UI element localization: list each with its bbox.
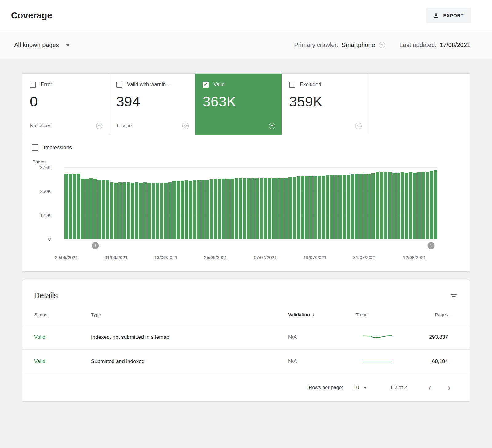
bar[interactable] <box>280 178 284 239</box>
valid-with-warnings-checkbox[interactable] <box>116 82 122 88</box>
bar[interactable] <box>64 174 68 239</box>
bar[interactable] <box>376 172 379 239</box>
help-icon[interactable]: ? <box>379 42 385 48</box>
bar[interactable] <box>197 180 201 239</box>
bar[interactable] <box>264 178 267 239</box>
bar[interactable] <box>434 170 438 239</box>
bar[interactable] <box>214 179 217 239</box>
bar[interactable] <box>210 179 213 239</box>
status-card-valid[interactable]: Valid 363K ? <box>195 74 282 135</box>
bar[interactable] <box>152 183 155 239</box>
bar[interactable] <box>313 176 317 239</box>
help-icon[interactable]: ? <box>182 123 189 129</box>
bar[interactable] <box>189 181 192 239</box>
bar[interactable] <box>380 172 383 239</box>
bar[interactable] <box>168 182 172 239</box>
bar[interactable] <box>185 180 188 239</box>
bar[interactable] <box>118 182 122 239</box>
bar[interactable] <box>367 174 371 239</box>
table-row[interactable]: Valid Submitted and indexed N/A 69,194 <box>22 349 470 374</box>
bar[interactable] <box>322 176 325 239</box>
annotation-marker[interactable]: 1 <box>427 242 434 249</box>
impressions-checkbox[interactable] <box>32 144 38 151</box>
bar[interactable] <box>401 172 404 239</box>
bar[interactable] <box>276 178 280 239</box>
previous-page-button[interactable]: ‹ <box>427 383 433 392</box>
bar[interactable] <box>396 173 400 239</box>
status-card-error[interactable]: Error 0 No issues ? <box>22 74 109 135</box>
bar[interactable] <box>110 182 114 239</box>
bar[interactable] <box>205 180 209 239</box>
bar[interactable] <box>334 175 338 239</box>
bar[interactable] <box>359 174 363 239</box>
bar[interactable] <box>392 173 396 239</box>
bar[interactable] <box>305 176 309 239</box>
bar[interactable] <box>413 173 417 239</box>
bar[interactable] <box>239 178 242 239</box>
bar[interactable] <box>247 178 251 239</box>
impressions-toggle[interactable]: Impressions <box>32 144 470 151</box>
bar[interactable] <box>355 174 359 239</box>
col-validation-sort[interactable]: Validation ↓ <box>288 312 356 317</box>
bar[interactable] <box>230 179 234 239</box>
bar[interactable] <box>164 183 168 239</box>
bar[interactable] <box>222 179 226 239</box>
bar[interactable] <box>338 175 342 239</box>
bar[interactable] <box>106 180 109 239</box>
bar[interactable] <box>102 180 105 239</box>
table-row[interactable]: Valid Indexed, not submitted in sitemap … <box>22 325 470 349</box>
bar[interactable] <box>218 179 222 239</box>
bar[interactable] <box>93 179 97 239</box>
bar[interactable] <box>85 179 89 239</box>
bar[interactable] <box>288 177 292 239</box>
bar[interactable] <box>147 183 151 239</box>
bar[interactable] <box>255 178 259 239</box>
bar[interactable] <box>156 183 159 239</box>
rows-per-page-select[interactable]: 10 <box>354 385 367 390</box>
error-checkbox[interactable] <box>30 82 36 88</box>
bar[interactable] <box>330 175 334 239</box>
bar[interactable] <box>268 178 272 239</box>
bar[interactable] <box>326 175 330 239</box>
help-icon[interactable]: ? <box>269 123 275 129</box>
help-icon[interactable]: ? <box>355 123 362 129</box>
bar[interactable] <box>301 176 305 239</box>
valid-checkbox[interactable] <box>203 82 209 88</box>
bar[interactable] <box>426 172 429 239</box>
bar[interactable] <box>122 182 126 239</box>
bar[interactable] <box>73 174 76 239</box>
bar[interactable] <box>351 174 355 239</box>
bar[interactable] <box>177 181 180 239</box>
bar[interactable] <box>143 182 147 239</box>
bar[interactable] <box>284 178 288 239</box>
bar[interactable] <box>363 174 367 239</box>
bar[interactable] <box>135 182 139 239</box>
bar[interactable] <box>430 171 433 239</box>
bar[interactable] <box>81 179 85 239</box>
annotation-marker[interactable]: 1 <box>92 242 99 249</box>
bar[interactable] <box>421 172 425 239</box>
bar[interactable] <box>139 183 143 239</box>
page-scope-dropdown[interactable]: All known pages <box>14 42 70 49</box>
bar[interactable] <box>201 180 205 239</box>
bar[interactable] <box>251 178 255 239</box>
bar[interactable] <box>318 176 321 239</box>
bar[interactable] <box>309 176 313 239</box>
bar[interactable] <box>172 181 176 239</box>
bar[interactable] <box>272 178 276 239</box>
bar[interactable] <box>77 174 81 239</box>
bar[interactable] <box>193 180 197 239</box>
bar[interactable] <box>160 183 164 239</box>
bar[interactable] <box>417 172 421 239</box>
bar[interactable] <box>409 172 413 239</box>
bar[interactable] <box>293 177 296 239</box>
bar[interactable] <box>181 181 184 239</box>
bar[interactable] <box>226 179 230 239</box>
export-button[interactable]: EXPORT <box>426 8 471 23</box>
bar[interactable] <box>235 178 238 239</box>
bar[interactable] <box>89 178 93 239</box>
bar[interactable] <box>131 183 134 239</box>
bar[interactable] <box>343 175 346 239</box>
next-page-button[interactable]: › <box>446 383 452 392</box>
help-icon[interactable]: ? <box>96 123 102 129</box>
